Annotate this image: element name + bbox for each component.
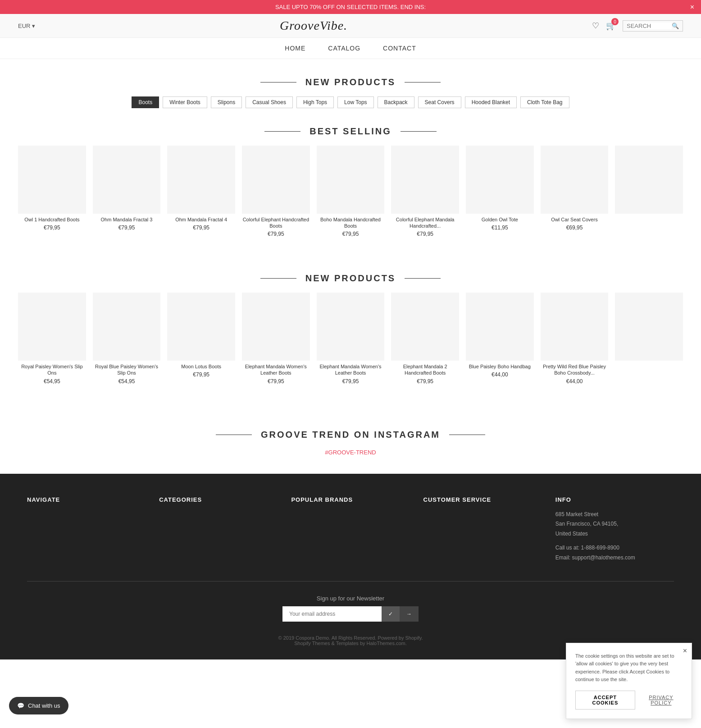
- product-image: [317, 146, 385, 214]
- product-card[interactable]: Golden Owl Tote €11,95: [466, 146, 534, 237]
- utility-bar: EUR ▾ GrooveVibe. ♡ 🛒 0 🔍: [0, 14, 701, 38]
- nav-home[interactable]: HOME: [285, 45, 305, 52]
- footer-col-brands: POPULAR BRANDS: [291, 496, 410, 563]
- instagram-hashtag[interactable]: #GROOVE-TREND: [0, 449, 701, 456]
- best-selling-heading: BEST SELLING: [9, 126, 692, 137]
- product-card[interactable]: Elephant Mandala Women's Leather Boots €…: [242, 293, 310, 384]
- newsletter-submit-button[interactable]: ✓: [382, 606, 400, 622]
- product-image: [167, 146, 235, 214]
- product-image: [391, 146, 459, 214]
- product-image: [391, 293, 459, 361]
- product-image: [615, 293, 683, 361]
- cat-tab-winter-boots[interactable]: Winter Boots: [163, 96, 207, 108]
- cat-tab-high-tops[interactable]: High Tops: [296, 96, 334, 108]
- product-image: [317, 293, 385, 361]
- product-card[interactable]: Colorful Elephant Mandala Handcrafted...…: [391, 146, 459, 237]
- product-image: [93, 293, 161, 361]
- nav-contact[interactable]: CONTACT: [383, 45, 416, 52]
- product-card[interactable]: Blue Paisley Boho Handbag €44,00: [466, 293, 534, 384]
- logo[interactable]: GrooveVibe.: [35, 18, 592, 33]
- cookie-banner: × The cookie settings on this website ar…: [566, 643, 692, 659]
- product-image: [466, 146, 534, 214]
- new-products-grid: Royal Paisley Women's Slip Ons €54,95 Ro…: [9, 293, 692, 402]
- footer-col-customer-service: CUSTOMER SERVICE: [423, 496, 542, 563]
- new-products-heading: NEW PRODUCTS: [18, 77, 683, 87]
- footer-columns: NAVIGATE CATEGORIES POPULAR BRANDS CUSTO…: [27, 496, 674, 563]
- cat-tab-cloth-tote[interactable]: Cloth Tote Bag: [520, 96, 569, 108]
- search-icon[interactable]: 🔍: [672, 23, 679, 29]
- cookie-text: The cookie settings on this website are …: [575, 652, 683, 659]
- new-products-heading-2: NEW PRODUCTS: [9, 273, 692, 284]
- product-card[interactable]: Royal Blue Paisley Women's Slip Ons €54,…: [93, 293, 161, 384]
- product-card[interactable]: Elephant Mandala 2 Handcrafted Boots €79…: [391, 293, 459, 384]
- product-card[interactable]: Ohm Mandala Fractal 3 €79,95: [93, 146, 161, 237]
- product-card[interactable]: Ohm Mandala Fractal 4 €79,95: [167, 146, 235, 237]
- nav-catalog[interactable]: CATALOG: [328, 45, 360, 52]
- product-image: [466, 293, 534, 361]
- product-card[interactable]: [615, 146, 683, 237]
- wishlist-icon[interactable]: ♡: [592, 21, 599, 31]
- cat-tab-backpack[interactable]: Backpack: [378, 96, 414, 108]
- top-banner: SALE UPTO 70% OFF ON SELECTED ITEMS. END…: [0, 0, 701, 14]
- cat-tab-seat-covers[interactable]: Seat Covers: [418, 96, 461, 108]
- product-card[interactable]: Colorful Elephant Handcrafted Boots €79,…: [242, 146, 310, 237]
- footer-newsletter: Sign up for our Newsletter ✓ →: [27, 581, 674, 622]
- category-tabs: Boots Winter Boots Slipons Casual Shoes …: [18, 96, 683, 108]
- cat-tab-boots[interactable]: Boots: [132, 96, 159, 108]
- product-card[interactable]: [615, 293, 683, 384]
- currency-selector[interactable]: EUR ▾: [18, 23, 35, 29]
- new-products-section: NEW PRODUCTS Boots Winter Boots Slipons …: [0, 77, 701, 108]
- product-card[interactable]: Pretty Wild Red Blue Paisley Boho Crossb…: [541, 293, 609, 384]
- product-image: [93, 146, 161, 214]
- main-nav: HOME CATALOG CONTACT: [0, 38, 701, 59]
- footer-address: 685 Market Street San Francisco, CA 9410…: [555, 510, 674, 563]
- product-image: [541, 146, 609, 214]
- cat-tab-low-tops[interactable]: Low Tops: [337, 96, 373, 108]
- best-selling-section: BEST SELLING Owl 1 Handcrafted Boots €79…: [0, 126, 701, 255]
- cookie-close-button[interactable]: ×: [683, 647, 687, 655]
- banner-text: SALE UPTO 70% OFF ON SELECTED ITEMS. END…: [275, 4, 426, 10]
- utility-right: ♡ 🛒 0 🔍: [592, 20, 683, 32]
- product-card[interactable]: Elephant Mandala Women's Leather Boots €…: [317, 293, 385, 384]
- cat-tab-hooded-blanket[interactable]: Hooded Blanket: [465, 96, 517, 108]
- banner-close[interactable]: ×: [690, 3, 694, 11]
- cart-icon[interactable]: 🛒 0: [606, 21, 616, 31]
- newsletter-form: ✓ →: [27, 606, 674, 622]
- search-input[interactable]: [627, 23, 672, 29]
- product-card[interactable]: Boho Mandala Handcrafted Boots €79,95: [317, 146, 385, 237]
- footer-col-navigate: NAVIGATE: [27, 496, 146, 563]
- cat-tab-casual-shoes[interactable]: Casual Shoes: [246, 96, 293, 108]
- product-image: [242, 293, 310, 361]
- product-image: [18, 293, 86, 361]
- instagram-heading: GROOVE TREND ON INSTAGRAM: [0, 430, 701, 440]
- cat-tab-slipons[interactable]: Slipons: [211, 96, 242, 108]
- product-card[interactable]: Moon Lotus Boots €79,95: [167, 293, 235, 384]
- product-image: [541, 293, 609, 361]
- product-image: [242, 146, 310, 214]
- product-image: [167, 293, 235, 361]
- search-box[interactable]: 🔍: [623, 20, 683, 32]
- footer-col-info: INFO 685 Market Street San Francisco, CA…: [555, 496, 674, 563]
- product-image: [18, 146, 86, 214]
- product-card[interactable]: Owl 1 Handcrafted Boots €79,95: [18, 146, 86, 237]
- new-products-section-2: NEW PRODUCTS Royal Paisley Women's Slip …: [0, 273, 701, 402]
- footer: NAVIGATE CATEGORIES POPULAR BRANDS CUSTO…: [0, 474, 701, 659]
- product-image: [615, 146, 683, 214]
- footer-col-categories: CATEGORIES: [159, 496, 278, 563]
- instagram-section: GROOVE TREND ON INSTAGRAM #GROOVE-TREND: [0, 403, 701, 474]
- product-card[interactable]: Owl Car Seat Covers €69,95: [541, 146, 609, 237]
- product-card[interactable]: Royal Paisley Women's Slip Ons €54,95: [18, 293, 86, 384]
- newsletter-email-input[interactable]: [282, 606, 382, 622]
- newsletter-arrow-button[interactable]: →: [400, 606, 419, 622]
- best-selling-grid: Owl 1 Handcrafted Boots €79,95 Ohm Manda…: [9, 146, 692, 255]
